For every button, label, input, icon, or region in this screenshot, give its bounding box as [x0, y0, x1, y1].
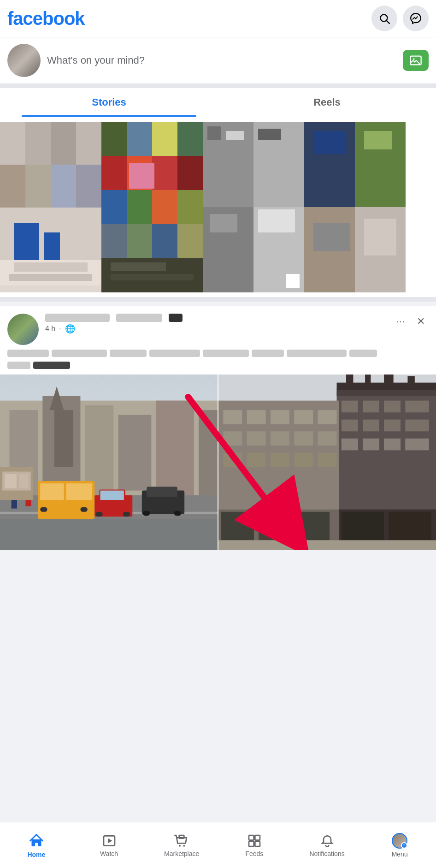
- svg-rect-31: [152, 190, 177, 224]
- page-content: facebook What's on your mind?: [0, 0, 436, 600]
- svg-rect-123: [223, 431, 242, 446]
- post-image-left[interactable]: [0, 375, 218, 550]
- svg-rect-129: [247, 452, 266, 467]
- marketplace-icon: [174, 833, 189, 848]
- svg-rect-85: [143, 511, 150, 516]
- svg-rect-140: [218, 540, 436, 550]
- text-block-7: [287, 350, 347, 357]
- story-card-1[interactable]: [0, 122, 101, 292]
- svg-point-3: [413, 58, 415, 59]
- nav-label-menu: Menu: [392, 850, 408, 858]
- svg-rect-59: [313, 223, 350, 251]
- section-divider-2: [0, 297, 436, 302]
- stories-scroll[interactable]: [0, 117, 436, 297]
- story-card-2[interactable]: [101, 122, 203, 292]
- svg-marker-145: [108, 838, 112, 843]
- nav-avatar-badge: ☰: [401, 842, 407, 849]
- search-button[interactable]: [371, 6, 397, 31]
- svg-rect-138: [342, 512, 384, 541]
- text-block-2: [52, 350, 107, 357]
- svg-rect-95: [0, 519, 218, 550]
- story-card-3[interactable]: [203, 122, 304, 292]
- svg-rect-36: [177, 224, 203, 258]
- post-card: 4 h · 🌐 ··· ✕: [0, 306, 436, 550]
- nav-item-marketplace[interactable]: Marketplace: [145, 822, 218, 868]
- post-time-separator: ·: [59, 325, 61, 333]
- svg-rect-23: [152, 122, 177, 156]
- svg-rect-77: [80, 507, 87, 511]
- nav-item-watch[interactable]: Watch: [73, 822, 146, 868]
- svg-rect-37: [129, 163, 154, 189]
- svg-rect-66: [118, 415, 152, 490]
- feeds-icon: [247, 833, 262, 848]
- svg-rect-70: [54, 410, 73, 467]
- post-more-button[interactable]: ···: [393, 314, 408, 329]
- svg-rect-119: [247, 410, 266, 424]
- nav-label-home: Home: [27, 851, 45, 858]
- nav-item-notifications[interactable]: Notifications: [291, 822, 364, 868]
- user-avatar: [7, 44, 41, 77]
- svg-rect-14: [44, 232, 60, 260]
- svg-rect-29: [101, 190, 127, 224]
- nav-item-menu[interactable]: ☰ Menu: [363, 822, 436, 868]
- text-block-6: [252, 350, 284, 357]
- svg-rect-19: [0, 285, 101, 292]
- svg-rect-108: [363, 439, 379, 451]
- add-photo-button[interactable]: [403, 50, 429, 71]
- edinburgh-right-image: [218, 375, 436, 550]
- post-author-name-block1: [45, 314, 110, 322]
- svg-rect-74: [40, 483, 64, 500]
- nav-label-marketplace: Marketplace: [164, 850, 199, 857]
- svg-rect-47: [226, 131, 244, 140]
- notifications-icon: [320, 833, 335, 848]
- post-image-right[interactable]: [218, 375, 436, 550]
- svg-rect-82: [123, 512, 130, 517]
- svg-rect-122: [318, 410, 336, 424]
- nav-item-feeds[interactable]: Feeds: [218, 822, 291, 868]
- svg-rect-125: [271, 431, 289, 446]
- text-block-3: [110, 350, 147, 357]
- svg-rect-121: [294, 410, 313, 424]
- messenger-button[interactable]: [403, 6, 429, 31]
- svg-rect-24: [177, 122, 203, 156]
- svg-rect-57: [313, 131, 346, 154]
- edinburgh-left-image: [0, 375, 218, 550]
- messenger-icon: [410, 12, 422, 24]
- nav-label-notifications: Notifications: [309, 850, 344, 857]
- svg-rect-150: [255, 835, 260, 840]
- svg-rect-49: [210, 214, 237, 232]
- svg-rect-135: [259, 512, 292, 541]
- svg-rect-17: [14, 262, 88, 272]
- nav-item-home[interactable]: Home: [0, 822, 73, 868]
- post-time: 4 h · 🌐: [45, 324, 386, 334]
- post-close-button[interactable]: ✕: [413, 314, 429, 329]
- tab-reels[interactable]: Reels: [218, 88, 436, 117]
- nav-label-watch: Watch: [100, 850, 118, 857]
- svg-rect-9: [0, 165, 25, 208]
- svg-rect-115: [384, 375, 394, 386]
- svg-rect-152: [255, 841, 260, 846]
- svg-rect-120: [271, 410, 289, 424]
- svg-rect-118: [223, 410, 242, 424]
- svg-rect-28: [177, 156, 203, 190]
- svg-rect-25: [101, 156, 127, 190]
- svg-rect-30: [127, 190, 152, 224]
- story-image-2: [101, 122, 203, 292]
- svg-rect-101: [384, 401, 401, 413]
- post-images: [0, 375, 436, 550]
- svg-rect-84: [147, 487, 177, 497]
- svg-rect-67: [156, 401, 194, 495]
- svg-rect-27: [152, 156, 177, 190]
- svg-rect-68: [199, 410, 218, 495]
- svg-rect-10: [25, 165, 51, 208]
- post-actions: ··· ✕: [393, 314, 429, 329]
- post-prompt[interactable]: What's on your mind?: [47, 54, 396, 66]
- svg-rect-107: [342, 439, 358, 451]
- svg-rect-94: [19, 474, 29, 488]
- tab-stories[interactable]: Stories: [0, 88, 218, 117]
- svg-rect-127: [318, 431, 336, 446]
- svg-rect-113: [346, 375, 353, 384]
- post-privacy-globe-icon: 🌐: [65, 324, 75, 334]
- post-meta: 4 h · 🌐: [45, 314, 386, 334]
- story-card-4[interactable]: [304, 122, 406, 292]
